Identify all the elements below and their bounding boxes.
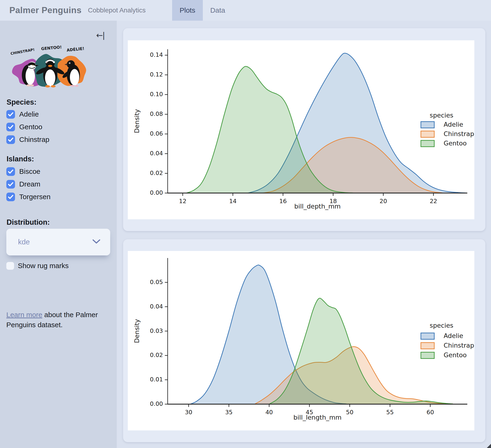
x-axis-label: bill_depth_mm [294,203,341,210]
species-checkbox-group: AdelieGentooChinstrap [6,108,110,146]
x-tick-label: 20 [380,198,387,205]
legend-title: species [430,112,453,119]
legend-label-gentoo: Gentoo [444,351,467,359]
legend-label-chinstrap: Chinstrap [444,342,474,349]
svg-text:ADÉLIE!: ADÉLIE! [66,46,85,53]
legend-swatch-gentoo [421,141,434,147]
y-axis-label: Density [133,319,141,343]
tab-plots[interactable]: Plots [172,0,203,21]
checkbox-label: Torgersen [19,193,50,201]
legend-swatch-chinstrap [421,343,434,349]
kde-plot-bill-length: 303540455055600.000.010.020.030.040.05bi… [128,251,474,430]
species-checkbox-chinstrap[interactable]: Chinstrap [6,133,110,146]
app-header: Palmer Penguins Cobblepot Analytics Plot… [0,0,491,21]
legend-label-chinstrap: Chinstrap [444,130,474,137]
islands-section-label: Islands: [7,155,34,163]
islands-checkbox-dream[interactable]: Dream [6,178,110,191]
distribution-selected-value: kde [18,229,30,256]
y-tick-label: 0.04 [150,303,163,310]
islands-checkbox-torgersen[interactable]: Torgersen [6,191,110,203]
x-tick-label: 12 [179,198,186,205]
y-tick-label: 0.08 [150,110,163,117]
legend-label-adelie: Adelie [444,332,463,339]
chevron-down-icon [92,239,100,244]
y-tick-label: 0.03 [150,327,163,334]
nav-tabs: Plots Data [172,0,233,21]
checkbox-label: Adelie [19,110,39,118]
kde-plot-bill-depth: 1214161820220.000.020.040.060.080.100.12… [128,40,474,219]
bill-depth-plot-card: 1214161820220.000.020.040.060.080.100.12… [123,28,485,231]
bill-length-plot-card: 303540455055600.000.010.020.030.040.05bi… [123,239,485,442]
penguins-artwork: CHINSTRAP! GENTOO! ADÉLIE! [9,43,91,90]
legend-swatch-adelie [421,333,434,339]
y-tick-label: 0.00 [150,400,163,407]
legend-swatch-adelie [421,122,434,128]
legend-label-adelie: Adelie [444,121,463,128]
distribution-section-label: Distribution: [7,218,50,227]
islands-checkbox-group: BiscoeDreamTorgersen [6,165,110,203]
app-title: Palmer Penguins [9,0,82,21]
tab-data[interactable]: Data [203,0,233,21]
svg-text:GENTOO!: GENTOO! [41,45,62,51]
kde-bill-depth-svg: 1214161820220.000.020.040.060.080.100.12… [128,40,474,219]
y-axis-label: Density [133,109,141,133]
x-tick-label: 60 [426,409,434,416]
sidebar: ←| [0,21,117,448]
checkbox-checked-icon[interactable] [6,135,15,144]
species-section-label: Species: [7,98,37,106]
y-tick-label: 0.01 [150,376,163,383]
learn-more-link[interactable]: Learn more [6,311,42,319]
y-tick-label: 0.12 [150,71,163,78]
y-tick-label: 0.04 [150,150,163,157]
distribution-select[interactable]: kde [6,229,110,256]
species-checkbox-gentoo[interactable]: Gentoo [6,121,110,133]
x-tick-label: 55 [386,409,394,416]
y-tick-label: 0.02 [150,170,163,176]
app-subtitle: Cobblepot Analytics [88,0,146,21]
y-tick-label: 0.05 [150,279,163,286]
legend-label-gentoo: Gentoo [444,140,467,147]
rug-marks-checkbox[interactable] [6,262,14,270]
checkbox-label: Biscoe [19,167,40,175]
y-tick-label: 0.02 [150,352,163,358]
checkbox-checked-icon[interactable] [6,167,15,176]
svg-text:CHINSTRAP!: CHINSTRAP! [10,47,35,56]
islands-checkbox-biscoe[interactable]: Biscoe [6,165,110,178]
checkbox-label: Dream [19,180,40,188]
rug-marks-checkbox-row[interactable]: Show rug marks [6,262,69,270]
y-tick-label: 0.00 [150,189,163,196]
checkbox-checked-icon[interactable] [6,123,15,131]
x-tick-label: 40 [265,409,273,416]
y-tick-label: 0.10 [150,91,163,98]
x-tick-label: 14 [229,198,236,205]
legend-swatch-gentoo [421,352,434,359]
legend-swatch-chinstrap [421,131,434,137]
checkbox-label: Gentoo [19,123,42,131]
rug-marks-label: Show rug marks [18,262,69,270]
checkbox-label: Chinstrap [19,136,49,143]
species-checkbox-adelie[interactable]: Adelie [6,108,110,121]
y-tick-label: 0.06 [150,130,163,137]
sidebar-footer-text: Learn more about the Palmer Penguins dat… [6,310,105,330]
palmer-penguins-app: { "header": { "title": "Palmer Penguins"… [0,0,491,448]
y-tick-label: 0.14 [150,51,163,58]
checkbox-checked-icon[interactable] [6,180,15,189]
sidebar-collapse-icon[interactable]: ←| [96,30,104,40]
x-tick-label: 16 [279,198,287,205]
x-tick-label: 22 [430,198,437,205]
window-resize-grip[interactable] [487,444,491,448]
x-tick-label: 35 [225,409,233,416]
checkbox-checked-icon[interactable] [6,110,15,119]
x-tick-label: 30 [185,409,192,416]
x-axis-label: bill_length_mm [293,414,341,421]
kde-bill-length-svg: 303540455055600.000.010.020.030.040.05bi… [128,251,474,430]
checkbox-checked-icon[interactable] [6,192,15,201]
x-tick-label: 50 [346,409,354,416]
legend-title: species [430,322,453,329]
